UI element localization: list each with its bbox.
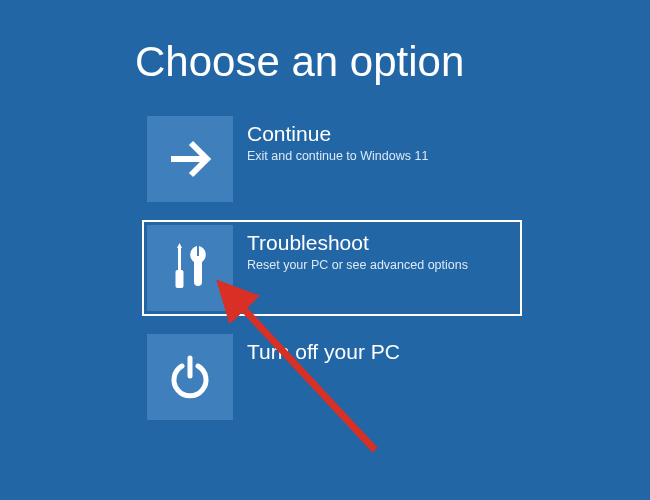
continue-text: Continue Exit and continue to Windows 11: [247, 116, 428, 164]
turnoff-text: Turn off your PC: [247, 334, 400, 366]
arrow-right-icon: [163, 132, 217, 186]
troubleshoot-title: Troubleshoot: [247, 231, 468, 255]
troubleshoot-text: Troubleshoot Reset your PC or see advanc…: [247, 225, 468, 273]
svg-marker-3: [177, 243, 182, 248]
continue-title: Continue: [247, 122, 428, 146]
continue-desc: Exit and continue to Windows 11: [247, 148, 428, 164]
option-continue[interactable]: Continue Exit and continue to Windows 11: [147, 116, 527, 202]
options-list: Continue Exit and continue to Windows 11: [147, 116, 650, 420]
svg-rect-1: [178, 248, 181, 270]
continue-tile: [147, 116, 233, 202]
troubleshoot-tile: [147, 225, 233, 311]
power-icon: [165, 352, 215, 402]
page-title: Choose an option: [135, 38, 650, 86]
turnoff-title: Turn off your PC: [247, 340, 400, 364]
option-troubleshoot[interactable]: Troubleshoot Reset your PC or see advanc…: [142, 220, 522, 316]
tools-icon: [165, 240, 215, 296]
troubleshoot-desc: Reset your PC or see advanced options: [247, 257, 468, 273]
option-turnoff[interactable]: Turn off your PC: [147, 334, 527, 420]
svg-rect-2: [176, 270, 184, 288]
turnoff-tile: [147, 334, 233, 420]
